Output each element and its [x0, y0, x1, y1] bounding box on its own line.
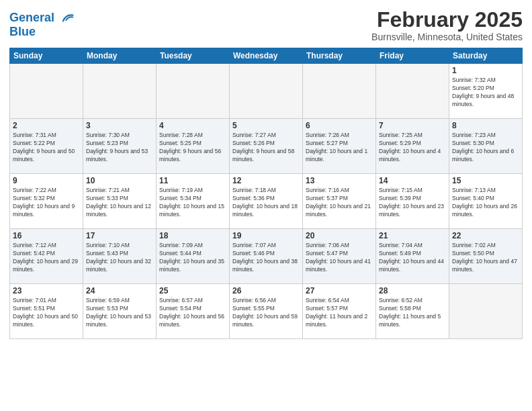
calendar-day-cell: 25Sunrise: 6:57 AM Sunset: 5:54 PM Dayli… — [157, 284, 230, 339]
weekday-header: Saturday — [449, 48, 523, 64]
calendar-day-cell: 20Sunrise: 7:06 AM Sunset: 5:47 PM Dayli… — [303, 229, 376, 284]
calendar-day-cell: 27Sunrise: 6:54 AM Sunset: 5:57 PM Dayli… — [303, 284, 376, 339]
day-info: Sunrise: 6:52 AM Sunset: 5:58 PM Dayligh… — [379, 297, 446, 329]
weekday-header: Thursday — [303, 48, 376, 64]
calendar-day-cell: 3Sunrise: 7:30 AM Sunset: 5:23 PM Daylig… — [83, 119, 157, 174]
calendar-day-cell: 10Sunrise: 7:21 AM Sunset: 5:33 PM Dayli… — [83, 174, 157, 229]
day-info: Sunrise: 6:57 AM Sunset: 5:54 PM Dayligh… — [159, 297, 226, 329]
day-number: 13 — [306, 176, 373, 185]
calendar-week-row: 9Sunrise: 7:22 AM Sunset: 5:32 PM Daylig… — [10, 174, 523, 229]
day-info: Sunrise: 6:59 AM Sunset: 5:53 PM Dayligh… — [86, 297, 153, 329]
calendar-day-cell — [449, 284, 523, 339]
day-info: Sunrise: 7:16 AM Sunset: 5:37 PM Dayligh… — [306, 187, 373, 219]
day-number: 12 — [232, 176, 300, 185]
logo: General Blue — [9, 11, 74, 39]
day-info: Sunrise: 7:23 AM Sunset: 5:30 PM Dayligh… — [452, 132, 519, 164]
day-info: Sunrise: 7:07 AM Sunset: 5:46 PM Dayligh… — [232, 242, 300, 274]
calendar-day-cell: 18Sunrise: 7:09 AM Sunset: 5:44 PM Dayli… — [157, 229, 230, 284]
day-number: 19 — [232, 231, 300, 240]
calendar-table: SundayMondayTuesdayWednesdayThursdayFrid… — [9, 48, 523, 339]
calendar-day-cell: 7Sunrise: 7:25 AM Sunset: 5:29 PM Daylig… — [376, 119, 449, 174]
day-number: 16 — [13, 231, 80, 240]
month-title: February 2025 — [371, 8, 523, 32]
weekday-header: Monday — [83, 48, 157, 64]
weekday-header: Friday — [376, 48, 449, 64]
weekday-header: Tuesday — [157, 48, 230, 64]
calendar-day-cell: 23Sunrise: 7:01 AM Sunset: 5:51 PM Dayli… — [10, 284, 83, 339]
calendar-day-cell — [376, 64, 449, 119]
day-number: 6 — [306, 121, 373, 130]
calendar-day-cell: 6Sunrise: 7:26 AM Sunset: 5:27 PM Daylig… — [303, 119, 376, 174]
day-number: 15 — [452, 176, 519, 185]
day-number: 2 — [13, 121, 80, 130]
calendar-week-row: 2Sunrise: 7:31 AM Sunset: 5:22 PM Daylig… — [10, 119, 523, 174]
calendar-day-cell: 17Sunrise: 7:10 AM Sunset: 5:43 PM Dayli… — [83, 229, 157, 284]
day-number: 23 — [13, 286, 80, 295]
day-info: Sunrise: 6:56 AM Sunset: 5:55 PM Dayligh… — [232, 297, 300, 329]
day-info: Sunrise: 7:12 AM Sunset: 5:42 PM Dayligh… — [13, 242, 80, 274]
calendar-day-cell: 15Sunrise: 7:13 AM Sunset: 5:40 PM Dayli… — [449, 174, 523, 229]
day-number: 17 — [86, 231, 153, 240]
calendar-day-cell: 13Sunrise: 7:16 AM Sunset: 5:37 PM Dayli… — [303, 174, 376, 229]
day-info: Sunrise: 7:13 AM Sunset: 5:40 PM Dayligh… — [452, 187, 519, 219]
day-number: 1 — [452, 66, 519, 75]
day-number: 21 — [379, 231, 446, 240]
calendar-day-cell — [303, 64, 376, 119]
day-info: Sunrise: 7:02 AM Sunset: 5:50 PM Dayligh… — [452, 242, 519, 274]
calendar-day-cell: 11Sunrise: 7:19 AM Sunset: 5:34 PM Dayli… — [157, 174, 230, 229]
calendar-day-cell: 26Sunrise: 6:56 AM Sunset: 5:55 PM Dayli… — [230, 284, 303, 339]
day-info: Sunrise: 7:22 AM Sunset: 5:32 PM Dayligh… — [13, 187, 80, 219]
calendar-day-cell: 12Sunrise: 7:18 AM Sunset: 5:36 PM Dayli… — [230, 174, 303, 229]
day-info: Sunrise: 7:25 AM Sunset: 5:29 PM Dayligh… — [379, 132, 446, 164]
calendar-week-row: 23Sunrise: 7:01 AM Sunset: 5:51 PM Dayli… — [10, 284, 523, 339]
day-info: Sunrise: 7:27 AM Sunset: 5:26 PM Dayligh… — [232, 132, 300, 164]
logo-text: General — [9, 11, 74, 26]
day-info: Sunrise: 6:54 AM Sunset: 5:57 PM Dayligh… — [306, 297, 373, 329]
calendar-day-cell: 5Sunrise: 7:27 AM Sunset: 5:26 PM Daylig… — [230, 119, 303, 174]
day-number: 14 — [379, 176, 446, 185]
calendar-day-cell: 1Sunrise: 7:32 AM Sunset: 5:20 PM Daylig… — [449, 64, 523, 119]
calendar-day-cell: 2Sunrise: 7:31 AM Sunset: 5:22 PM Daylig… — [10, 119, 83, 174]
calendar-day-cell: 28Sunrise: 6:52 AM Sunset: 5:58 PM Dayli… — [376, 284, 449, 339]
calendar-day-cell: 19Sunrise: 7:07 AM Sunset: 5:46 PM Dayli… — [230, 229, 303, 284]
day-info: Sunrise: 7:09 AM Sunset: 5:44 PM Dayligh… — [159, 242, 226, 274]
day-number: 5 — [232, 121, 300, 130]
day-number: 28 — [379, 286, 446, 295]
day-number: 22 — [452, 231, 519, 240]
calendar-day-cell: 22Sunrise: 7:02 AM Sunset: 5:50 PM Dayli… — [449, 229, 523, 284]
logo-blue-text: Blue — [9, 26, 74, 39]
calendar-day-cell: 8Sunrise: 7:23 AM Sunset: 5:30 PM Daylig… — [449, 119, 523, 174]
day-info: Sunrise: 7:01 AM Sunset: 5:51 PM Dayligh… — [13, 297, 80, 329]
day-number: 8 — [452, 121, 519, 130]
weekday-header: Sunday — [10, 48, 83, 64]
calendar-day-cell: 14Sunrise: 7:15 AM Sunset: 5:39 PM Dayli… — [376, 174, 449, 229]
day-info: Sunrise: 7:04 AM Sunset: 5:49 PM Dayligh… — [379, 242, 446, 274]
title-block: February 2025 Burnsville, Minnesota, Uni… — [371, 8, 523, 42]
day-number: 3 — [86, 121, 153, 130]
calendar-day-cell: 21Sunrise: 7:04 AM Sunset: 5:49 PM Dayli… — [376, 229, 449, 284]
calendar-day-cell — [83, 64, 157, 119]
day-number: 9 — [13, 176, 80, 185]
day-info: Sunrise: 7:32 AM Sunset: 5:20 PM Dayligh… — [452, 77, 519, 109]
calendar-week-row: 1Sunrise: 7:32 AM Sunset: 5:20 PM Daylig… — [10, 64, 523, 119]
day-info: Sunrise: 7:18 AM Sunset: 5:36 PM Dayligh… — [232, 187, 300, 219]
day-info: Sunrise: 7:06 AM Sunset: 5:47 PM Dayligh… — [306, 242, 373, 274]
calendar-day-cell — [10, 64, 83, 119]
day-info: Sunrise: 7:21 AM Sunset: 5:33 PM Dayligh… — [86, 187, 153, 219]
day-info: Sunrise: 7:10 AM Sunset: 5:43 PM Dayligh… — [86, 242, 153, 274]
day-number: 27 — [306, 286, 373, 295]
calendar-day-cell: 24Sunrise: 6:59 AM Sunset: 5:53 PM Dayli… — [83, 284, 157, 339]
day-number: 20 — [306, 231, 373, 240]
calendar-day-cell — [157, 64, 230, 119]
day-info: Sunrise: 7:15 AM Sunset: 5:39 PM Dayligh… — [379, 187, 446, 219]
location: Burnsville, Minnesota, United States — [371, 32, 523, 42]
day-number: 10 — [86, 176, 153, 185]
calendar-day-cell — [230, 64, 303, 119]
day-number: 4 — [159, 121, 226, 130]
day-number: 25 — [159, 286, 226, 295]
day-info: Sunrise: 7:28 AM Sunset: 5:25 PM Dayligh… — [159, 132, 226, 164]
day-info: Sunrise: 7:26 AM Sunset: 5:27 PM Dayligh… — [306, 132, 373, 164]
day-info: Sunrise: 7:19 AM Sunset: 5:34 PM Dayligh… — [159, 187, 226, 219]
day-number: 18 — [159, 231, 226, 240]
day-number: 26 — [232, 286, 300, 295]
